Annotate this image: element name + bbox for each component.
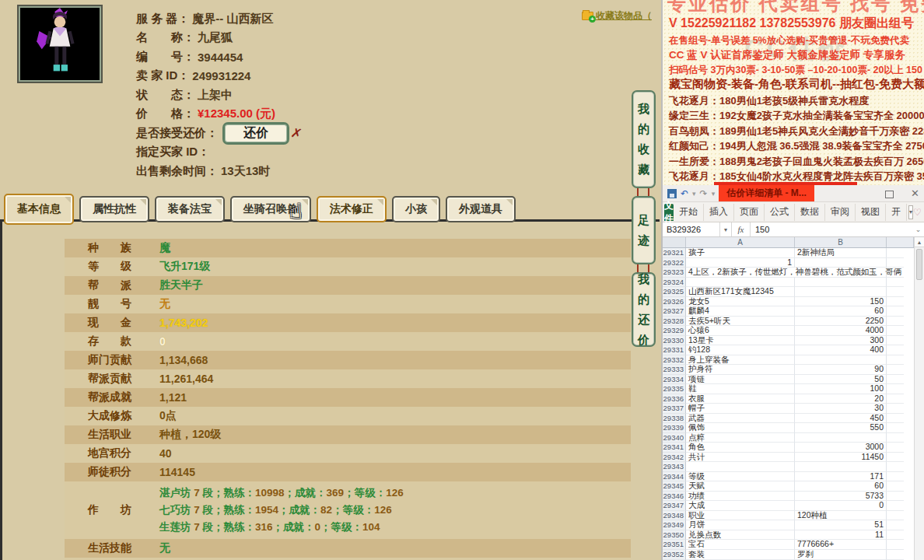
row-number[interactable]: 29334 <box>663 375 686 385</box>
heart-icon[interactable]: ♡ <box>913 207 922 218</box>
favorite-item-link[interactable]: + 收藏该物品（ <box>582 9 652 23</box>
cell-b[interactable]: 51 <box>795 520 887 530</box>
cell-a[interactable]: 去疾5+听天 <box>686 317 795 327</box>
cell-b[interactable]: 0 <box>795 501 887 511</box>
cell-c[interactable] <box>887 530 904 541</box>
row-number[interactable]: 29348 <box>663 511 686 521</box>
qat-customize-icon[interactable]: ▾ <box>712 190 716 198</box>
cell-c[interactable] <box>887 355 904 366</box>
ribbon-tab-插入[interactable]: 插入 <box>704 204 734 221</box>
cell-b[interactable]: 171 <box>795 472 887 482</box>
cell-b[interactable]: 5733 <box>795 492 887 502</box>
row-number[interactable]: 29343 <box>663 462 686 472</box>
cell-a[interactable]: 点粹 <box>686 433 795 443</box>
row-number[interactable]: 29340 <box>663 433 686 443</box>
tab-基本信息[interactable]: 基本信息 <box>4 194 74 225</box>
cell-c[interactable] <box>887 317 904 327</box>
cell-a[interactable]: 身上穿装备 <box>686 355 795 366</box>
row-number[interactable]: 29332 <box>663 355 686 366</box>
ribbon-tab-开始[interactable]: 开始 <box>674 204 704 221</box>
close-button[interactable]: ✕ <box>911 188 919 199</box>
cell-b[interactable]: 50 <box>795 375 887 385</box>
cell-b[interactable]: 550 <box>795 423 887 433</box>
cell-b[interactable]: 2新神结局 <box>795 248 887 258</box>
cell-c[interactable] <box>887 375 904 385</box>
row-number[interactable]: 29349 <box>663 520 686 530</box>
undo-icon[interactable]: ↶ <box>681 189 688 198</box>
formula-input[interactable]: 150 <box>751 222 912 236</box>
cell-a[interactable]: 13星卡 <box>686 336 795 346</box>
cell-a[interactable]: 套装 <box>686 550 795 560</box>
cell-b[interactable]: 60 <box>795 306 887 317</box>
row-number[interactable]: 29342 <box>663 453 686 463</box>
ribbon-tab-数据[interactable]: 数据 <box>795 204 825 221</box>
cell-b[interactable] <box>795 287 887 297</box>
cell-a[interactable]: 佩饰 <box>686 423 795 433</box>
cell-a[interactable]: 宝石 <box>686 540 795 550</box>
cell-c[interactable] <box>887 384 904 394</box>
name-box-dropdown-icon[interactable]: ▾ <box>720 222 732 236</box>
row-number[interactable]: 29333 <box>663 365 686 375</box>
select-all-corner[interactable] <box>663 237 686 247</box>
cell-a[interactable]: 大成 <box>686 501 795 511</box>
cell-c[interactable] <box>887 365 904 375</box>
cell-c[interactable] <box>887 326 904 336</box>
row-number[interactable]: 29347 <box>663 501 686 511</box>
file-tab[interactable]: 文件 <box>664 204 674 221</box>
cell-c[interactable] <box>887 297 904 307</box>
cell-a[interactable]: 月饼 <box>686 520 795 530</box>
cell-a[interactable]: 职业 <box>686 511 795 521</box>
row-number[interactable]: 29323 <box>663 268 686 278</box>
ribbon-tab-视图[interactable]: 视图 <box>856 204 886 221</box>
cell-b[interactable]: 300 <box>795 336 887 346</box>
cell-c[interactable] <box>887 472 904 482</box>
cell-b[interactable]: 60 <box>795 481 887 492</box>
scroll-thumb[interactable] <box>916 249 922 280</box>
tab-小孩[interactable]: 小孩 <box>392 196 440 222</box>
cell-c[interactable] <box>887 492 904 502</box>
tab-外观道具[interactable]: 外观道具 <box>446 196 516 222</box>
redo-icon[interactable]: ↷ <box>700 189 708 198</box>
cell-c[interactable] <box>887 540 904 550</box>
row-number[interactable]: 29352 <box>663 550 686 560</box>
scroll-up-icon[interactable]: ▲ <box>915 237 924 247</box>
cell-c[interactable] <box>887 462 904 472</box>
cell-b[interactable]: 30 <box>795 404 887 414</box>
cell-c[interactable] <box>887 501 904 511</box>
cell-a[interactable]: 武器 <box>686 414 795 424</box>
cell-c[interactable] <box>887 278 904 288</box>
cell-a[interactable]: 兑换点数 <box>686 530 795 541</box>
save-icon[interactable] <box>667 189 677 198</box>
row-number[interactable]: 29341 <box>663 443 686 453</box>
cell-c[interactable] <box>887 394 904 404</box>
row-number[interactable]: 29346 <box>663 492 686 502</box>
cell-b[interactable]: 20 <box>795 394 887 404</box>
cell-b[interactable]: 4000 <box>795 326 887 336</box>
cell-a[interactable]: 4上区，2新孩子，传世燃灯，神兽碧桃，范式颜如玉，哥俩 <box>686 268 795 278</box>
cell-c[interactable] <box>887 423 904 433</box>
row-number[interactable]: 29325 <box>663 287 686 297</box>
dropdown-caret-icon[interactable]: ▾ <box>692 190 696 198</box>
side-tab-我的收藏[interactable]: 我的收藏 <box>632 90 656 188</box>
cell-b[interactable]: 400 <box>795 345 887 355</box>
cell-a[interactable] <box>686 278 795 288</box>
cell-b[interactable]: 11 <box>795 530 887 541</box>
cell-c[interactable] <box>887 453 904 463</box>
cell-b[interactable] <box>795 433 887 443</box>
row-number[interactable]: 29328 <box>663 317 686 327</box>
ribbon-tab-公式[interactable]: 公式 <box>765 204 795 221</box>
cell-b[interactable]: 150 <box>795 297 887 307</box>
cell-a[interactable]: 共计 <box>686 453 795 463</box>
row-number[interactable]: 29329 <box>663 326 686 336</box>
cell-a[interactable]: 衣服 <box>686 394 795 404</box>
cell-c[interactable] <box>887 481 904 492</box>
cell-a[interactable]: 帽子 <box>686 404 795 414</box>
cell-b[interactable]: 7776666+ <box>795 540 887 550</box>
ribbon-tab-审阅[interactable]: 审阅 <box>825 204 856 221</box>
ribbon-tab-页面[interactable]: 页面 <box>734 204 765 221</box>
cell-a[interactable]: 项链 <box>686 375 795 385</box>
cell-b[interactable]: 3000 <box>795 443 887 453</box>
cell-b[interactable] <box>795 278 887 288</box>
cell-a[interactable]: 龙女5 <box>686 297 795 307</box>
cell-a[interactable]: 山西新区171女魔12345 <box>686 287 795 297</box>
